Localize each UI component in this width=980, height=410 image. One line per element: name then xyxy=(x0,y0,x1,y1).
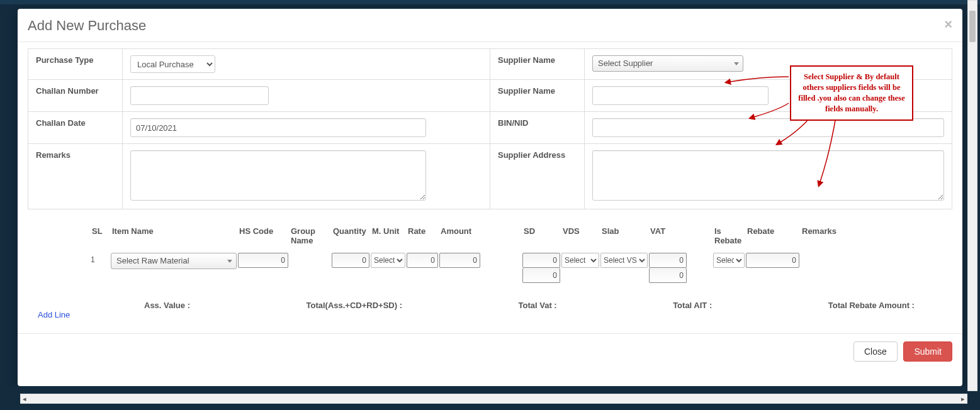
total-asd: Total(Ass.+CD+RD+SD) : xyxy=(306,301,402,310)
totals-row: Ass. Value : Total(Ass.+CD+RD+SD) : Tota… xyxy=(144,301,915,310)
add-line-link[interactable]: Add Line xyxy=(38,310,70,319)
remarks-label: Remarks xyxy=(28,144,123,209)
amount-input[interactable] xyxy=(439,253,480,268)
col-group: Group Name xyxy=(290,225,330,247)
hs-input[interactable] xyxy=(238,253,288,268)
purchase-type-label: Purchase Type xyxy=(28,49,123,80)
supplier-address-label: Supplier Address xyxy=(490,144,585,209)
bin-nid-input[interactable] xyxy=(592,118,944,137)
modal-title: Add New Purchase xyxy=(28,18,146,34)
supplier-name-input[interactable] xyxy=(592,86,769,105)
col-sd: SD xyxy=(522,225,560,237)
total-ait: Total AIT : xyxy=(673,301,712,310)
submit-button[interactable]: Submit xyxy=(903,341,952,362)
supplier-name-label: Supplier Name xyxy=(490,49,585,80)
col-sl: SL xyxy=(91,225,110,237)
close-icon[interactable]: × xyxy=(944,18,952,31)
purchase-type-select[interactable]: Local Purchase xyxy=(130,55,215,73)
col-rebate: Rebate xyxy=(746,225,799,237)
modal-header: Add New Purchase × xyxy=(18,9,962,42)
qty-input[interactable] xyxy=(332,253,369,268)
challan-number-input[interactable] xyxy=(130,86,269,105)
slab-select[interactable]: Select VSl xyxy=(600,253,648,268)
line-items-header: SL Item Name HS Code Group Name Quantity… xyxy=(91,225,952,247)
col-hs: HS Code xyxy=(238,225,288,237)
total-vat: Total Vat : xyxy=(519,301,557,310)
vat-input-1[interactable] xyxy=(649,253,687,268)
total-ass: Ass. Value : xyxy=(144,301,190,310)
isrebate-select[interactable]: Select xyxy=(713,253,745,268)
add-purchase-modal: Add New Purchase × Purchase Type Local P… xyxy=(18,9,962,386)
line-sl: 1 xyxy=(91,253,110,264)
col-vds: VDS xyxy=(561,225,599,237)
item-select[interactable]: Select Raw Material xyxy=(111,253,237,269)
challan-date-input[interactable] xyxy=(130,118,426,137)
vat-input-2[interactable] xyxy=(649,268,687,283)
challan-date-label: Challan Date xyxy=(28,112,123,144)
col-isrebate: Is Rebate xyxy=(713,225,745,247)
sd-input-2[interactable] xyxy=(522,268,560,283)
challan-number-label: Challan Number xyxy=(28,80,123,112)
vertical-scrollbar[interactable] xyxy=(967,0,977,386)
col-rate: Rate xyxy=(407,225,438,237)
bin-nid-label: BIN/NID xyxy=(490,112,585,144)
unit-select[interactable]: Select xyxy=(371,253,405,268)
col-unit: M. Unit xyxy=(371,225,405,237)
remarks-textarea[interactable] xyxy=(130,150,426,201)
vds-select[interactable]: Select xyxy=(561,253,599,268)
line-row: 1 Select Raw Material Select Select Sele… xyxy=(91,253,952,283)
total-rebate: Total Rebate Amount : xyxy=(828,301,915,310)
rate-input[interactable] xyxy=(407,253,438,268)
supplier-select[interactable]: Select Supplier xyxy=(592,55,743,72)
modal-footer: Close Submit xyxy=(18,333,962,369)
rebate-input[interactable] xyxy=(746,253,799,268)
col-qty: Quantity xyxy=(332,225,369,237)
col-vat: VAT xyxy=(649,225,712,237)
supplier-name-text-label: Supplier Name xyxy=(490,80,585,112)
supplier-address-textarea[interactable] xyxy=(592,150,944,201)
col-amount: Amount xyxy=(439,225,521,237)
col-item: Item Name xyxy=(111,225,237,237)
col-slab: Slab xyxy=(600,225,648,237)
col-remarks: Remarks xyxy=(801,225,857,237)
sd-input-1[interactable] xyxy=(522,253,560,268)
close-button[interactable]: Close xyxy=(853,341,898,362)
annotation-callout: Select Supplier & By default others supp… xyxy=(790,65,913,121)
